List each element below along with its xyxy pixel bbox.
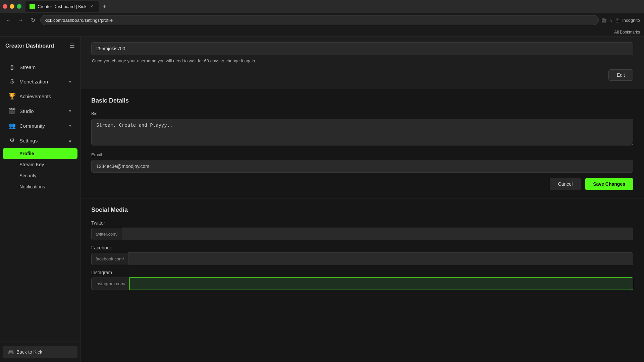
chevron-down-icon: ▼: [68, 123, 72, 128]
address-bar[interactable]: [40, 15, 599, 25]
social-media-title: Social Media: [91, 206, 633, 214]
sidebar-title: Creator Dashboard: [5, 43, 54, 49]
facebook-prefix: facebook.com/: [91, 253, 128, 265]
sidebar-subitem-security[interactable]: Security: [3, 170, 77, 181]
chevron-up-icon: ▲: [68, 138, 72, 143]
sidebar-item-community[interactable]: 👥 Community ▼: [3, 119, 77, 133]
forward-button[interactable]: →: [16, 15, 25, 25]
monetization-icon: $: [8, 78, 16, 85]
browser-chrome: Creator Dashboard | Kick ✕ + ← → ↻ 🎥 ☆ 📱…: [0, 0, 644, 37]
sidebar-item-label: Achievements: [19, 94, 72, 99]
bio-field-group: Bio Stream, Create and Playyy..: [91, 111, 633, 147]
studio-icon: 🎬: [8, 107, 16, 115]
save-changes-button[interactable]: Save Changes: [585, 178, 633, 190]
email-field-group: Email: [91, 152, 633, 173]
chevron-down-icon: ▼: [68, 79, 72, 84]
bio-label: Bio: [91, 111, 633, 116]
camera-off-icon: 🎥: [601, 18, 607, 23]
twitter-label: Twitter: [91, 220, 633, 226]
incognito-label: Incognito: [622, 18, 640, 23]
sidebar-item-monetization[interactable]: $ Monetization ▼: [3, 75, 77, 88]
main-content: Once you change your username you will n…: [80, 37, 644, 362]
window-close-button[interactable]: [3, 4, 7, 9]
sidebar: Creator Dashboard ☰ ◎ Stream $ Monetizat…: [0, 37, 80, 362]
facebook-row: facebook.com/: [91, 252, 633, 265]
back-to-kick-label: Back to Kick: [16, 349, 42, 355]
sidebar-item-label: Studio: [19, 108, 65, 114]
instagram-field-group: Instagram instagram.com/: [91, 270, 633, 290]
sidebar-header: Creator Dashboard ☰: [0, 37, 80, 55]
sidebar-item-stream[interactable]: ◎ Stream: [3, 60, 77, 74]
sidebar-item-settings[interactable]: ⚙ Settings ▲: [3, 133, 77, 147]
sidebar-item-label: Community: [19, 123, 65, 129]
sidebar-footer: 🎮 Back to Kick: [0, 342, 80, 362]
cancel-button[interactable]: Cancel: [550, 178, 581, 190]
twitter-field-group: Twitter twitter.com/: [91, 220, 633, 240]
stream-key-label: Stream Key: [19, 162, 44, 167]
tab-close-button[interactable]: ✕: [89, 4, 95, 9]
tab-title: Creator Dashboard | Kick: [38, 4, 87, 9]
sidebar-collapse-button[interactable]: ☰: [69, 42, 75, 50]
reload-button[interactable]: ↻: [28, 15, 38, 25]
window-minimize-button[interactable]: [10, 4, 14, 9]
app: Creator Dashboard ☰ ◎ Stream $ Monetizat…: [0, 37, 644, 362]
username-warning: Once you change your username you will n…: [91, 58, 633, 63]
instagram-input[interactable]: [129, 277, 633, 290]
tab-bar: Creator Dashboard | Kick ✕ +: [0, 0, 644, 13]
sidebar-item-label: Stream: [19, 64, 72, 70]
twitter-row: twitter.com/: [91, 228, 633, 240]
nav-bar: ← → ↻ 🎥 ☆ 📱 Incognito: [0, 13, 644, 27]
achievements-icon: 🏆: [8, 93, 16, 100]
sidebar-item-label: Settings: [19, 138, 65, 143]
settings-icon: ⚙: [8, 137, 16, 144]
bookmark-icon: ☆: [609, 18, 613, 23]
sidebar-subitem-stream-key[interactable]: Stream Key: [3, 159, 77, 170]
edit-button[interactable]: Edit: [608, 69, 633, 81]
social-media-section: Social Media Twitter twitter.com/ Facebo…: [80, 198, 644, 303]
back-button[interactable]: ←: [4, 15, 13, 25]
instagram-row: instagram.com/: [91, 277, 633, 290]
chevron-down-icon: ▼: [68, 109, 72, 113]
sidebar-item-label: Monetization: [19, 79, 65, 84]
username-input[interactable]: [91, 42, 633, 55]
facebook-input[interactable]: [128, 252, 633, 265]
profile-label: Profile: [19, 151, 34, 156]
stream-icon: ◎: [8, 63, 16, 71]
instagram-label: Instagram: [91, 270, 633, 275]
twitter-prefix: twitter.com/: [91, 228, 122, 240]
active-tab[interactable]: Creator Dashboard | Kick ✕: [25, 1, 99, 12]
form-actions: Cancel Save Changes: [91, 178, 633, 190]
instagram-prefix: instagram.com/: [91, 278, 129, 290]
edit-btn-row: Edit: [91, 67, 633, 83]
sidebar-subitem-notifications[interactable]: Notifications: [3, 181, 77, 192]
notifications-label: Notifications: [19, 184, 45, 189]
bookmarks-bar: All Bookmarks: [0, 27, 644, 37]
sidebar-subitem-profile[interactable]: Profile: [3, 148, 77, 159]
nav-right: 🎥 ☆ 📱 Incognito: [601, 18, 640, 23]
basic-details-section: Basic Details Bio Stream, Create and Pla…: [80, 89, 644, 198]
username-section: Once you change your username you will n…: [80, 37, 644, 89]
facebook-field-group: Facebook facebook.com/: [91, 245, 633, 265]
email-label: Email: [91, 152, 633, 157]
bio-textarea[interactable]: Stream, Create and Playyy..: [91, 119, 633, 145]
sidebar-nav: ◎ Stream $ Monetization ▼ 🏆 Achievements…: [0, 55, 80, 342]
security-label: Security: [19, 173, 37, 178]
tablet-icon: 📱: [615, 18, 620, 23]
back-to-kick-button[interactable]: 🎮 Back to Kick: [3, 346, 77, 358]
basic-details-title: Basic Details: [91, 97, 633, 104]
sidebar-item-studio[interactable]: 🎬 Studio ▼: [3, 104, 77, 118]
kick-icon: 🎮: [8, 349, 14, 355]
twitter-input[interactable]: [122, 228, 633, 240]
tab-favicon: [30, 4, 35, 9]
new-tab-button[interactable]: +: [100, 2, 109, 11]
facebook-label: Facebook: [91, 245, 633, 250]
email-input[interactable]: [91, 160, 633, 173]
window-maximize-button[interactable]: [17, 4, 21, 9]
bookmarks-label: All Bookmarks: [614, 30, 640, 35]
community-icon: 👥: [8, 122, 16, 129]
sidebar-item-achievements[interactable]: 🏆 Achievements: [3, 89, 77, 103]
